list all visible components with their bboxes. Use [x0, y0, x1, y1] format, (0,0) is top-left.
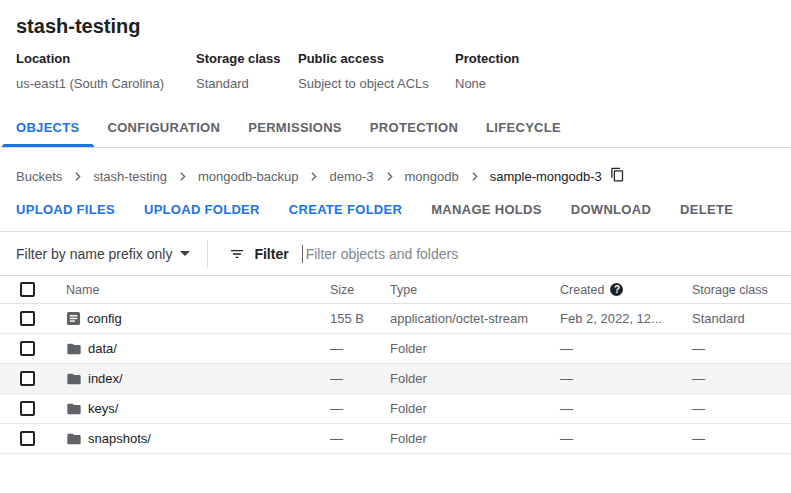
- meta-label: Storage class: [196, 51, 298, 67]
- breadcrumb: Buckets stash-testing mongodb-backup dem…: [0, 165, 791, 187]
- column-header-name: Name: [66, 283, 330, 297]
- meta-value: Subject to object ACLs: [298, 76, 455, 92]
- table-row: index/ — Folder — —: [0, 364, 791, 394]
- name-cell: keys/: [66, 401, 330, 417]
- chevron-right-icon: [71, 170, 84, 183]
- created-cell: —: [560, 401, 692, 416]
- chevron-right-icon: [383, 170, 396, 183]
- upload-folder-button[interactable]: UPLOAD FOLDER: [144, 202, 260, 217]
- filter-bar: Filter by name prefix only Filter: [0, 232, 791, 276]
- column-header-created: Created ?: [560, 283, 692, 297]
- row-checkbox[interactable]: [20, 401, 35, 416]
- bucket-header: stash-testing Location us-east1 (South C…: [0, 0, 791, 92]
- objects-table-header: Name Size Type Created ? Storage class: [0, 276, 791, 304]
- breadcrumb-item-mongodb[interactable]: mongodb: [405, 169, 459, 184]
- created-cell: Feb 2, 2022, 12...: [560, 311, 692, 326]
- storage-class-cell: —: [692, 341, 791, 356]
- chevron-right-icon: [307, 170, 320, 183]
- row-checkbox[interactable]: [20, 371, 35, 386]
- copy-icon: [610, 167, 625, 185]
- folder-icon: [66, 341, 82, 357]
- folder-icon: [66, 431, 82, 447]
- breadcrumb-item-demo-3[interactable]: demo-3: [329, 169, 373, 184]
- name-cell: data/: [66, 341, 330, 357]
- type-cell: application/octet-stream: [390, 311, 560, 326]
- tab-protection[interactable]: PROTECTION: [356, 111, 472, 147]
- meta-label: Location: [16, 51, 196, 67]
- meta-label: Protection: [455, 51, 519, 67]
- meta-value: None: [455, 76, 519, 92]
- object-link[interactable]: config: [87, 311, 122, 326]
- checkbox-cell: [0, 371, 66, 386]
- meta-value: us-east1 (South Carolina): [16, 76, 196, 92]
- tab-configuration[interactable]: CONFIGURATION: [94, 111, 235, 147]
- row-checkbox[interactable]: [20, 341, 35, 356]
- storage-class-cell: —: [692, 401, 791, 416]
- storage-class-cell: —: [692, 431, 791, 446]
- row-checkbox[interactable]: [20, 431, 35, 446]
- breadcrumb-item-mongodb-backup[interactable]: mongodb-backup: [198, 169, 298, 184]
- help-icon[interactable]: ?: [610, 283, 623, 296]
- upload-files-button[interactable]: UPLOAD FILES: [16, 202, 115, 217]
- name-cell: index/: [66, 371, 330, 387]
- table-row: keys/ — Folder — —: [0, 394, 791, 424]
- checkbox-cell: [0, 401, 66, 416]
- meta-value: Standard: [196, 76, 298, 92]
- created-cell: —: [560, 341, 692, 356]
- objects-toolbar: UPLOAD FILES UPLOAD FOLDER CREATE FOLDER…: [0, 202, 791, 232]
- breadcrumb-item-current: sample-mongodb-3: [490, 169, 602, 184]
- chevron-right-icon: [176, 170, 189, 183]
- create-folder-button[interactable]: CREATE FOLDER: [289, 202, 402, 217]
- tab-permissions[interactable]: PERMISSIONS: [234, 111, 356, 147]
- breadcrumb-item-buckets[interactable]: Buckets: [16, 169, 62, 184]
- column-header-type: Type: [390, 283, 560, 297]
- table-row: data/ — Folder — —: [0, 334, 791, 364]
- type-cell: Folder: [390, 371, 560, 386]
- column-header-storage-class: Storage class: [692, 283, 791, 297]
- filter-scope-dropdown[interactable]: Filter by name prefix only: [16, 246, 190, 262]
- table-row: snapshots/ — Folder — —: [0, 424, 791, 454]
- size-cell: —: [330, 431, 390, 446]
- select-all-checkbox[interactable]: [20, 282, 35, 297]
- filter-objects-input[interactable]: [303, 246, 775, 262]
- dropdown-caret-icon: [180, 251, 190, 256]
- copy-path-button[interactable]: [610, 167, 625, 185]
- breadcrumb-item-stash-testing[interactable]: stash-testing: [93, 169, 167, 184]
- filter-label: Filter: [254, 246, 288, 262]
- folder-icon: [66, 401, 82, 417]
- folder-link[interactable]: index/: [88, 371, 123, 386]
- divider: [207, 240, 208, 268]
- folder-link[interactable]: snapshots/: [88, 431, 151, 446]
- checkbox-cell: [0, 311, 66, 326]
- type-cell: Folder: [390, 341, 560, 356]
- manage-holds-button[interactable]: MANAGE HOLDS: [431, 202, 542, 217]
- column-header-size: Size: [330, 283, 390, 297]
- created-cell: —: [560, 431, 692, 446]
- folder-link[interactable]: keys/: [88, 401, 118, 416]
- type-cell: Folder: [390, 431, 560, 446]
- meta-label: Public access: [298, 51, 455, 67]
- download-button[interactable]: DOWNLOAD: [571, 202, 651, 217]
- file-icon: [66, 311, 81, 326]
- tab-objects[interactable]: OBJECTS: [2, 111, 94, 147]
- folder-icon: [66, 371, 82, 387]
- tab-lifecycle[interactable]: LIFECYCLE: [472, 111, 575, 147]
- storage-class-cell: —: [692, 371, 791, 386]
- name-cell: config: [66, 311, 330, 326]
- created-cell: —: [560, 371, 692, 386]
- filter-input-wrap: [302, 245, 775, 263]
- filter-scope-label: Filter by name prefix only: [16, 246, 172, 262]
- type-cell: Folder: [390, 401, 560, 416]
- meta-public-access: Public access Subject to object ACLs: [298, 51, 455, 92]
- storage-class-cell: Standard: [692, 311, 791, 326]
- meta-protection: Protection None: [455, 51, 519, 92]
- delete-button[interactable]: DELETE: [680, 202, 733, 217]
- name-cell: snapshots/: [66, 431, 330, 447]
- size-cell: —: [330, 401, 390, 416]
- checkbox-cell: [0, 341, 66, 356]
- folder-link[interactable]: data/: [88, 341, 117, 356]
- size-cell: 155 B: [330, 311, 390, 326]
- row-checkbox[interactable]: [20, 311, 35, 326]
- meta-storage-class: Storage class Standard: [196, 51, 298, 92]
- size-cell: —: [330, 371, 390, 386]
